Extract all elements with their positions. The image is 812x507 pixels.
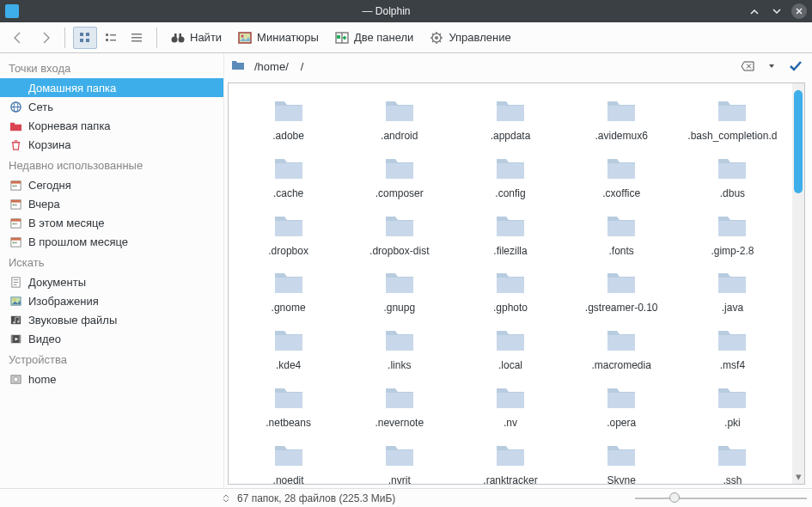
file-item[interactable]: .android — [345, 92, 454, 146]
split-button[interactable]: Две панели — [329, 27, 419, 49]
file-item[interactable]: .cache — [234, 150, 343, 204]
file-item[interactable]: .dropbox — [234, 207, 343, 261]
file-item[interactable]: .bash_completion.d — [678, 92, 787, 146]
file-item[interactable]: .fonts — [567, 207, 676, 261]
forward-button[interactable] — [34, 27, 57, 49]
file-item[interactable]: .config — [455, 150, 565, 204]
file-grid[interactable]: .adobe.android.appdata.avidemux6.bash_co… — [229, 83, 792, 484]
file-label: .gnupg — [383, 302, 415, 315]
file-item[interactable]: .pki — [678, 379, 787, 433]
vertical-scrollbar[interactable]: ▴ ▾ — [792, 83, 804, 484]
svg-rect-2 — [80, 39, 83, 42]
file-item[interactable]: .nvrit — [345, 437, 454, 484]
file-item[interactable]: .msf4 — [678, 321, 787, 376]
file-item[interactable]: .filezilla — [455, 207, 565, 261]
file-label: .nv — [504, 418, 517, 430]
svg-rect-36 — [15, 223, 16, 224]
recent-item-В прошлом месяце[interactable]: В прошлом месяце — [0, 232, 223, 251]
maximize-button[interactable] — [769, 3, 785, 19]
compact-view-button[interactable] — [99, 27, 123, 49]
folder-icon — [604, 153, 638, 185]
devices-item-home[interactable]: home — [0, 370, 223, 388]
file-item[interactable]: .dropbox-dist — [345, 207, 454, 261]
file-item[interactable]: .opera — [567, 379, 676, 433]
file-item[interactable]: .dbus — [678, 150, 787, 204]
search-item-Видео[interactable]: Видео — [0, 329, 223, 348]
file-item[interactable]: .composer — [345, 150, 454, 204]
svg-point-54 — [13, 376, 18, 382]
file-item[interactable]: Skvne — [567, 437, 676, 484]
zoom-slider[interactable] — [635, 496, 807, 501]
recent-item-Вчера[interactable]: Вчера — [0, 194, 223, 213]
accept-location-button[interactable] — [786, 57, 805, 76]
file-item[interactable]: .cxoffice — [567, 150, 676, 204]
details-view-button[interactable] — [125, 27, 149, 49]
file-item[interactable]: .netbeans — [234, 379, 343, 433]
file-item[interactable]: .gstreamer-0.10 — [567, 264, 676, 318]
file-item[interactable]: .adobe — [234, 92, 343, 146]
scrollbar-thumb[interactable] — [794, 90, 803, 193]
folder-icon — [382, 440, 417, 472]
file-item[interactable]: .noedit — [234, 437, 343, 484]
panel-resize-handle[interactable] — [220, 492, 232, 504]
path-segment[interactable]: / — [296, 58, 308, 75]
places-item-Корзина[interactable]: Корзина — [0, 135, 223, 154]
svg-rect-27 — [12, 185, 14, 186]
doc-icon — [9, 275, 22, 289]
folder-icon — [272, 153, 306, 185]
titlebar: — Dolphin — [0, 0, 812, 22]
icons-view-button[interactable] — [73, 27, 97, 49]
file-item[interactable]: .local — [455, 321, 565, 376]
places-item-Домашняя папка[interactable]: Домашняя папка — [0, 78, 223, 97]
file-item[interactable]: .appdata — [455, 92, 565, 146]
zoom-handle[interactable] — [669, 492, 680, 503]
file-item[interactable]: .gimp-2.8 — [678, 207, 787, 261]
recent-heading: Недавно использованные — [0, 154, 223, 175]
location-dropdown-button[interactable] — [762, 57, 781, 76]
control-button[interactable]: Управление — [424, 27, 516, 49]
folder-icon — [604, 440, 638, 472]
search-item-Изображения[interactable]: Изображения — [0, 291, 223, 310]
thumbnails-button[interactable]: Миниатюры — [232, 27, 324, 49]
svg-rect-28 — [15, 185, 16, 186]
content-column: /home/ / .adobe.android.appdata.avidemux… — [223, 53, 812, 488]
folder-icon — [272, 267, 306, 299]
search-item-Звуковые файлы[interactable]: Звуковые файлы — [0, 310, 223, 329]
minimize-button[interactable] — [747, 3, 762, 19]
file-item[interactable]: .nv — [455, 379, 565, 433]
recent-item-В этом месяце[interactable]: В этом месяце — [0, 213, 223, 232]
file-item[interactable]: .ranktracker — [455, 437, 565, 484]
close-button[interactable] — [791, 3, 807, 19]
file-item[interactable]: .ssh — [678, 437, 787, 484]
places-item-Сеть[interactable]: Сеть — [0, 97, 223, 116]
back-button[interactable] — [7, 27, 29, 49]
devices-heading: Устройства — [0, 348, 223, 370]
clear-location-button[interactable] — [738, 57, 757, 76]
places-item-Корневая папка[interactable]: Корневая папка — [0, 116, 223, 135]
file-item[interactable]: .gnupg — [345, 264, 454, 318]
file-item[interactable]: .gnome — [234, 264, 343, 318]
file-item[interactable]: .avidemux6 — [567, 92, 676, 146]
recent-item-Сегодня[interactable]: Сегодня — [0, 175, 223, 194]
file-item[interactable]: .macromedia — [567, 321, 676, 376]
path-segment[interactable]: /home/ — [250, 58, 293, 75]
file-label: .noedit — [273, 475, 304, 484]
file-item[interactable]: .nevernote — [345, 379, 454, 433]
file-item[interactable]: .links — [345, 321, 454, 376]
search-item-Документы[interactable]: Документы — [0, 272, 223, 291]
separator — [64, 27, 65, 48]
file-label: .macromedia — [592, 360, 651, 372]
file-item[interactable]: .gphoto — [455, 264, 565, 318]
file-label: .nvrit — [388, 475, 411, 484]
folder-icon — [715, 153, 749, 185]
video-icon — [9, 332, 22, 345]
file-item[interactable]: .kde4 — [234, 321, 343, 376]
find-button[interactable]: Найти — [165, 27, 227, 49]
folder-icon — [715, 267, 749, 299]
svg-rect-7 — [110, 40, 116, 41]
control-label: Управление — [449, 31, 510, 44]
scroll-down-button[interactable]: ▾ — [792, 470, 804, 482]
svg-rect-51 — [10, 334, 12, 342]
breadcrumb[interactable]: /home/ / — [250, 58, 733, 75]
file-item[interactable]: .java — [678, 264, 787, 318]
